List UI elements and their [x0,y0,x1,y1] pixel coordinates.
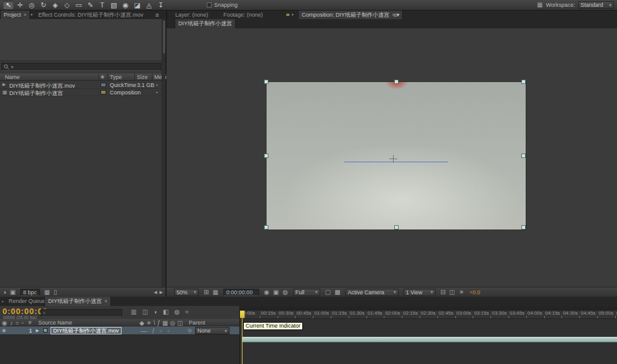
snapshot-icon[interactable]: ◉ [264,289,270,296]
resolution-dropdown[interactable]: Full [293,289,320,296]
column-parent[interactable]: Parent [189,320,205,326]
close-icon[interactable]: × [23,12,27,18]
layer-duration-bar[interactable] [242,337,617,342]
selection-handle[interactable] [521,80,526,84]
quality-switch-icon[interactable]: / [152,328,154,334]
tab-project[interactable]: Project× [0,10,30,19]
column-name[interactable]: Name [5,74,20,80]
timeline-search-input[interactable] [48,310,120,316]
scrollbar-thumb[interactable] [163,20,165,54]
layer-name[interactable]: DIY纸箱子制作小迷宫.mov [51,327,122,334]
twirl-icon[interactable]: ▶ [36,328,39,333]
scroll-right-icon[interactable]: ▶ [160,290,163,294]
audio-column-icon[interactable]: ♪ [10,320,13,326]
hand-tool[interactable]: ✛ [15,1,25,9]
new-folder-icon[interactable]: ▣ [10,289,15,296]
tab-timeline-comp[interactable]: DIY纸箱子制作小迷宫× [44,297,111,306]
parent-dropdown[interactable]: None [195,327,230,334]
close-icon[interactable]: × [104,298,107,304]
pan-behind-tool[interactable]: ◇ [62,1,72,9]
tab-render-queue[interactable]: Render Queue [9,297,45,306]
effects-switch-icon[interactable]: ▫ [160,328,162,334]
clone-stamp-tool[interactable]: ◉ [120,1,131,9]
exposure-value[interactable]: +0.0 [469,289,480,296]
selection-handle[interactable] [394,80,399,84]
pen-tool[interactable]: ✎ [85,1,96,9]
collapse-switch-icon[interactable]: — [141,328,147,334]
channels-icon[interactable]: ◍ [283,289,288,296]
panel-menu-icon[interactable]: ≡ [155,12,159,19]
label-color-chip[interactable] [101,83,106,87]
scroll-left-icon[interactable]: ◀ [154,290,157,294]
brush-tool[interactable]: ▧ [109,1,119,9]
panel-menu-icon[interactable]: ≡ [394,12,397,19]
timeline-search-field[interactable] [41,309,122,317]
unified-camera-tool[interactable]: ◈ [50,1,60,9]
magnification-dropdown[interactable]: 50% [174,289,199,296]
selection-handle[interactable] [264,154,268,158]
roto-brush-tool[interactable]: ◬ [144,1,154,9]
shy-column-icon[interactable]: ◆ [139,320,144,326]
selection-handle[interactable] [264,80,268,84]
selection-handle[interactable] [394,225,399,230]
view-layout-dropdown[interactable]: 1 View [404,289,436,296]
interpret-footage-icon[interactable]: ◑ [2,289,6,296]
selection-handle[interactable] [521,154,526,158]
visibility-column-icon[interactable]: ◉ [2,320,7,326]
motion-blur-icon[interactable]: ◍ [174,309,180,315]
project-search-field[interactable]: ▾ [1,63,161,71]
column-size[interactable]: Size [137,74,148,80]
time-navigator[interactable] [240,306,617,310]
lock-column-icon[interactable]: ▫ [22,320,24,326]
effects-column-icon[interactable]: ƒ [157,320,160,326]
motion-blur-column-icon[interactable]: ◎ [170,320,175,326]
tab-footage[interactable]: Footage: (none) [223,10,263,19]
lock-icon[interactable]: ▪ [292,12,294,17]
column-type[interactable]: Type [110,74,122,80]
composition-viewport[interactable] [167,28,617,287]
safe-areas-icon[interactable]: ⊞ [204,289,209,296]
frame-blend-icon[interactable]: ◧ [163,309,168,315]
snapping-checkbox[interactable] [207,2,212,7]
rotation-tool[interactable]: ↻ [38,1,49,9]
exposure-icon[interactable]: ☀ [459,289,465,296]
current-time-indicator-line[interactable] [242,310,242,364]
video-layer[interactable] [267,82,526,230]
tab-composition-viewer[interactable]: DIY纸箱子制作小迷宫 [175,19,236,28]
project-item-row[interactable]: ▶ DIY纸箱子制作小迷宫.mov QuickTime 3.1 GB ▪ [0,81,165,89]
collapse-column-icon[interactable]: ☀ [146,320,152,326]
eye-icon[interactable]: ◉ [2,328,6,333]
item-name[interactable]: DIY纸箱子制作小迷宫 [9,89,97,97]
delete-icon[interactable]: ▯ [54,289,57,296]
project-search-input[interactable] [15,64,159,70]
threed-column-icon[interactable]: ◫ [177,320,183,326]
mini-flowchart-icon[interactable]: ◫ [449,289,455,296]
frame-blend-column-icon[interactable]: ▦ [162,320,168,326]
tab-effect-controls[interactable]: Effect Controls: DIY纸箱子制作小迷宫.mov [38,10,153,19]
swatch-column-icon[interactable]: ◈ [101,75,104,80]
comp-mini-flowchart-icon[interactable]: ▥ [131,309,136,315]
layer-color-chip[interactable] [43,328,48,333]
grid-guides-options-icon[interactable]: ⊟ [441,289,445,296]
selection-handle[interactable] [264,225,268,230]
draft-3d-icon[interactable]: ◫ [142,309,147,315]
pickwhip-icon[interactable]: ◎ [188,328,192,333]
label-color-chip[interactable] [101,90,106,94]
project-scrollbar[interactable] [162,19,165,287]
quality-column-icon[interactable]: \ [154,320,155,326]
project-columns-header[interactable]: Name ◈ Type Size Media [0,73,165,81]
new-composition-icon[interactable]: ▦ [44,289,50,296]
type-tool[interactable]: T [97,1,107,9]
show-snapshot-icon[interactable]: ▣ [273,289,279,296]
hide-shy-icon[interactable]: ◖ [154,309,157,315]
tab-layer[interactable]: Layer: (none) [175,10,209,19]
puppet-pin-tool[interactable]: ↧ [155,1,166,9]
comp-timecode[interactable]: 0:00:00:00 [223,289,259,296]
selection-handle[interactable] [521,225,526,230]
region-of-interest-icon[interactable]: ▢ [325,289,331,296]
twirl-icon[interactable]: ▶ [2,82,6,87]
column-source-name[interactable]: Source Name [38,320,72,326]
tab-composition[interactable]: Composition: DIY纸箱子制作小迷宫× ▾ [298,10,403,19]
transparency-grid-icon[interactable]: ▩ [334,289,340,296]
layer-row[interactable]: ◉ 1 ▶ DIY纸箱子制作小迷宫.mov —/▫▫ ◎ None [0,326,239,335]
